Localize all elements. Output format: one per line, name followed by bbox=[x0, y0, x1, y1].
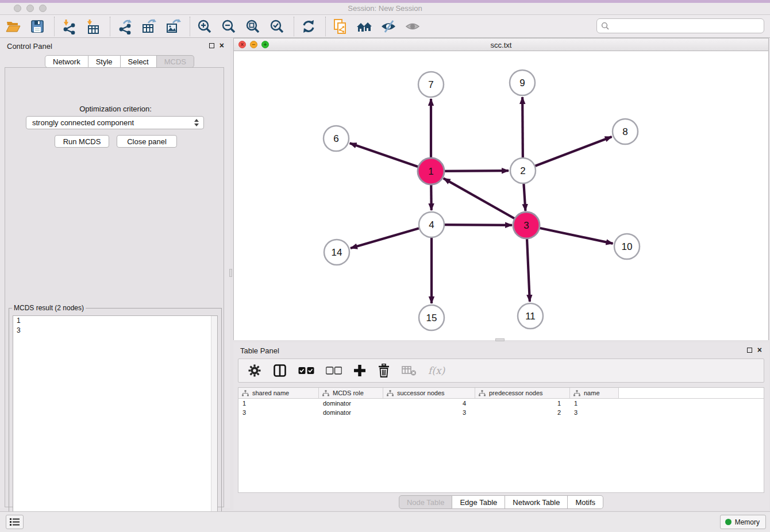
show-all-icon[interactable] bbox=[404, 17, 421, 36]
table-row[interactable]: 1dominator411 bbox=[238, 399, 764, 408]
mcds-result-item: 3 bbox=[13, 326, 217, 336]
close-panel-button[interactable]: Close panel bbox=[117, 135, 177, 148]
zoom-selected-icon[interactable] bbox=[268, 17, 286, 36]
table-panel-title: Table Panel bbox=[240, 346, 279, 355]
duplicate-network-icon[interactable] bbox=[332, 17, 349, 36]
node-15[interactable]: 15 bbox=[419, 305, 444, 330]
status-bar: Memory bbox=[0, 511, 770, 532]
apply-layout-icon[interactable] bbox=[300, 17, 317, 36]
node-2[interactable]: 2 bbox=[510, 158, 536, 183]
mcds-result-list[interactable]: 13 bbox=[13, 315, 218, 522]
node-label-6: 6 bbox=[333, 133, 338, 144]
table-cell[interactable]: 1 bbox=[475, 399, 570, 408]
show-column-panel-icon[interactable] bbox=[273, 361, 287, 380]
tab-motifs[interactable]: Motifs bbox=[568, 495, 603, 509]
table-cell[interactable]: 3 bbox=[570, 408, 619, 417]
search-input[interactable] bbox=[612, 20, 764, 32]
open-session-icon[interactable] bbox=[5, 17, 22, 36]
task-history-button[interactable] bbox=[6, 515, 24, 529]
zoom-fit-icon[interactable] bbox=[244, 17, 261, 36]
table-settings-gear-icon[interactable] bbox=[248, 361, 261, 380]
search-box bbox=[596, 18, 764, 33]
node-4[interactable]: 4 bbox=[419, 212, 444, 237]
network-canvas[interactable]: 7968124314101511 bbox=[234, 51, 768, 340]
table-cell[interactable]: 1 bbox=[238, 399, 319, 408]
hide-selected-icon[interactable] bbox=[380, 17, 397, 36]
export-network-icon[interactable] bbox=[116, 17, 133, 36]
table-cell[interactable]: dominator bbox=[319, 408, 383, 417]
tab-style[interactable]: Style bbox=[88, 55, 121, 68]
node-6[interactable]: 6 bbox=[324, 126, 349, 151]
result-scrollbar[interactable] bbox=[211, 316, 217, 521]
control-panel-tabs: NetworkStyleSelectMCDS bbox=[45, 55, 194, 68]
delete-column-icon[interactable] bbox=[378, 361, 390, 380]
import-table-icon[interactable] bbox=[84, 17, 102, 36]
tab-network-table[interactable]: Network Table bbox=[505, 495, 568, 509]
column-header-predecessor-nodes[interactable]: predecessor nodes bbox=[475, 388, 570, 398]
column-header-successor-nodes[interactable]: successor nodes bbox=[383, 388, 475, 398]
tab-network[interactable]: Network bbox=[45, 55, 88, 68]
tab-node-table[interactable]: Node Table bbox=[399, 495, 453, 509]
save-session-icon[interactable] bbox=[29, 17, 46, 36]
vertical-splitter-handle[interactable] bbox=[229, 269, 232, 277]
titlebar-accent-strip bbox=[0, 0, 770, 3]
memory-button[interactable]: Memory bbox=[720, 515, 766, 529]
table-cell[interactable]: 4 bbox=[383, 399, 475, 408]
add-column-icon[interactable] bbox=[353, 361, 366, 380]
node-9[interactable]: 9 bbox=[510, 70, 535, 95]
tab-edge-table[interactable]: Edge Table bbox=[452, 495, 505, 509]
optimization-criterion-label: Optimization criterion: bbox=[1, 105, 230, 113]
table-cell[interactable]: 1 bbox=[570, 399, 619, 408]
node-10[interactable]: 10 bbox=[614, 234, 640, 259]
network-view-window: × − + scc.txt 7968124314101511 bbox=[233, 38, 769, 340]
export-image-icon[interactable] bbox=[164, 17, 182, 36]
mcds-result-title: MCDS result (2 nodes) bbox=[12, 304, 86, 312]
toolbar-separator bbox=[110, 17, 110, 36]
task-list-icon bbox=[10, 518, 20, 526]
edge-2-8[interactable] bbox=[523, 137, 612, 171]
toolbar-separator bbox=[190, 17, 190, 36]
table-row[interactable]: 3dominator323 bbox=[238, 408, 764, 417]
control-panel-title: Control Panel bbox=[7, 42, 52, 51]
run-mcds-button[interactable]: Run MCDS bbox=[55, 135, 109, 148]
memory-status-dot bbox=[725, 519, 732, 525]
zoom-in-icon[interactable] bbox=[196, 17, 213, 36]
table-cell[interactable]: 3 bbox=[238, 408, 319, 417]
node-11[interactable]: 11 bbox=[518, 303, 543, 329]
node-14[interactable]: 14 bbox=[324, 240, 349, 265]
node-label-7: 7 bbox=[428, 79, 433, 90]
criterion-dropdown[interactable]: strongly connected component bbox=[26, 116, 204, 129]
node-label-8: 8 bbox=[622, 126, 627, 137]
export-table-icon[interactable] bbox=[140, 17, 157, 36]
close-panel-icon[interactable]: × bbox=[220, 42, 224, 49]
select-all-columns-icon[interactable] bbox=[298, 361, 314, 380]
close-table-panel-icon[interactable]: × bbox=[757, 346, 762, 353]
node-1[interactable]: 1 bbox=[418, 158, 444, 184]
network-window-titlebar[interactable]: × − + scc.txt bbox=[234, 38, 768, 51]
mcds-result-box: MCDS result (2 nodes) 13 bbox=[9, 308, 222, 526]
zoom-out-icon[interactable] bbox=[220, 17, 237, 36]
column-header-shared-name[interactable]: shared name bbox=[238, 388, 319, 398]
import-network-icon[interactable] bbox=[60, 17, 78, 36]
table-cell[interactable]: 2 bbox=[475, 408, 570, 417]
horizontal-splitter-handle[interactable] bbox=[495, 338, 505, 341]
node-label-2: 2 bbox=[520, 165, 525, 176]
first-neighbors-icon[interactable] bbox=[356, 17, 373, 36]
edge-3-1[interactable] bbox=[444, 178, 526, 225]
float-table-panel-icon[interactable] bbox=[747, 348, 752, 353]
float-panel-icon[interactable] bbox=[209, 43, 214, 48]
table-toolbar: f(x) bbox=[238, 358, 764, 383]
control-panel-header: Control Panel × bbox=[0, 38, 230, 54]
column-header-name[interactable]: name bbox=[570, 388, 619, 398]
node-7[interactable]: 7 bbox=[418, 72, 444, 97]
node-8[interactable]: 8 bbox=[613, 119, 638, 144]
column-header-mcds-role[interactable]: MCDS role bbox=[319, 388, 383, 398]
dropdown-stepper-icon bbox=[194, 119, 199, 126]
tab-select[interactable]: Select bbox=[121, 55, 157, 68]
tab-mcds[interactable]: MCDS bbox=[157, 55, 194, 68]
table-cell[interactable]: dominator bbox=[319, 399, 383, 408]
table-cell[interactable]: 3 bbox=[383, 408, 475, 417]
node-3[interactable]: 3 bbox=[513, 212, 540, 238]
unselect-all-columns-icon[interactable] bbox=[326, 361, 342, 380]
app-titlebar: Session: New Session bbox=[0, 0, 770, 15]
